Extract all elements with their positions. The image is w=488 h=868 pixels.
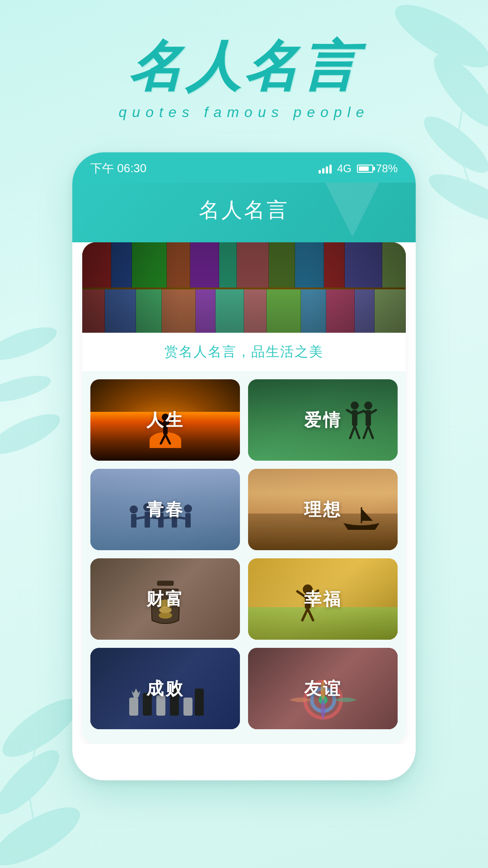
svg-rect-63 [195, 689, 204, 716]
svg-point-33 [130, 505, 138, 514]
battery-icon: 78% [357, 162, 398, 175]
category-card-friendship[interactable]: 友谊 [248, 648, 398, 729]
banner-section: 赏名人名言，品生活之美 [82, 242, 406, 371]
svg-line-26 [355, 426, 359, 438]
content-area: 赏名人名言，品生活之美 人生 [82, 242, 406, 744]
ideal-silhouette [343, 505, 380, 532]
category-card-happiness[interactable]: 幸福 [248, 558, 398, 640]
category-label-friendship: 友谊 [304, 677, 342, 700]
svg-point-21 [351, 401, 359, 410]
category-label-life: 人生 [146, 409, 184, 432]
network-label: 4G [337, 162, 352, 175]
category-card-youth[interactable]: 青春 [90, 469, 240, 550]
app-header-title: 名人名言 [199, 198, 289, 222]
svg-line-20 [165, 434, 170, 443]
category-label-wealth: 财富 [146, 588, 184, 611]
svg-marker-64 [131, 689, 141, 698]
svg-point-3 [423, 165, 488, 233]
svg-line-25 [350, 426, 355, 438]
status-time: 下午 06:30 [90, 160, 146, 176]
category-card-ideal[interactable]: 理想 [248, 469, 398, 550]
svg-rect-62 [183, 698, 192, 716]
svg-point-51 [159, 612, 172, 619]
category-card-life[interactable]: 人生 [90, 379, 240, 461]
category-label-youth: 青春 [146, 498, 184, 521]
svg-point-12 [0, 321, 61, 367]
header-decoration [325, 183, 380, 237]
banner-subtitle: 赏名人名言，品生活之美 [164, 344, 324, 359]
category-grid: 人生 [82, 371, 406, 737]
category-label-ideal: 理想 [304, 498, 342, 521]
svg-line-31 [364, 426, 368, 438]
svg-rect-34 [131, 514, 136, 528]
banner-text-area: 赏名人名言，品生活之美 [82, 333, 406, 371]
category-card-love[interactable]: 爱情 [248, 379, 398, 461]
svg-rect-58 [129, 698, 138, 716]
category-label-happiness: 幸福 [304, 588, 342, 611]
svg-line-32 [368, 426, 373, 438]
status-right: 4G 78% [319, 162, 398, 175]
category-label-love: 爱情 [304, 409, 342, 432]
category-card-success[interactable]: 成败 [90, 648, 240, 729]
category-label-success: 成败 [146, 677, 184, 700]
svg-line-19 [161, 434, 165, 443]
signal-icon [319, 164, 332, 174]
svg-point-14 [0, 406, 65, 462]
svg-point-41 [184, 505, 192, 513]
love-silhouette [339, 397, 384, 452]
status-bar: 下午 06:30 4G 78% [72, 152, 416, 183]
phone-mockup: 下午 06:30 4G 78% 名人名言 [72, 152, 416, 780]
battery-label: 78% [376, 162, 398, 175]
category-card-wealth[interactable]: 财富 [90, 558, 240, 640]
svg-rect-42 [185, 513, 191, 528]
svg-point-27 [364, 401, 372, 410]
svg-rect-48 [157, 581, 174, 586]
library-image [82, 242, 406, 333]
app-header: 名人名言 [72, 183, 416, 242]
svg-point-13 [0, 370, 53, 407]
svg-line-43 [136, 517, 145, 519]
